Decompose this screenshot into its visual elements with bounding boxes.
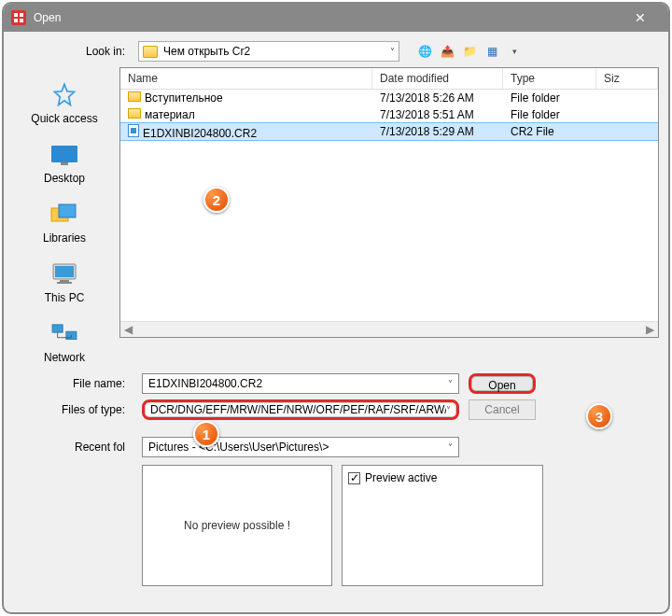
network-icon xyxy=(50,323,78,345)
lookin-label: Look in: xyxy=(13,45,133,58)
table-row[interactable]: E1DXINBI204800.CR27/13/2018 5:29 AMCR2 F… xyxy=(120,123,658,140)
col-date[interactable]: Date modified xyxy=(372,68,503,89)
horizontal-scrollbar[interactable]: ◀ ▶ xyxy=(120,321,658,337)
svg-rect-6 xyxy=(55,266,74,277)
recent-combo[interactable]: Pictures - <C:\Users\User\Pictures\> ˅ xyxy=(142,437,459,457)
preview-options: ✓ Preview active xyxy=(342,465,543,586)
scroll-right-icon[interactable]: ▶ xyxy=(642,323,658,336)
folder-icon xyxy=(128,91,141,102)
svg-rect-4 xyxy=(59,204,76,217)
place-desktop[interactable]: Desktop xyxy=(44,142,85,185)
window-title: Open xyxy=(34,11,620,24)
view-icon[interactable]: ▦ xyxy=(483,43,500,60)
file-list-header: Name Date modified Type Siz xyxy=(120,68,658,90)
callout-badge-2: 2 xyxy=(203,187,230,213)
star-icon xyxy=(51,82,77,108)
place-this-pc[interactable]: This PC xyxy=(45,261,85,304)
back-icon[interactable]: 🌐 xyxy=(416,43,433,60)
table-row[interactable]: Вступительное7/13/2018 5:26 AMFile folde… xyxy=(120,90,658,106)
filetype-label: Files of type: xyxy=(13,403,133,416)
svg-rect-7 xyxy=(60,280,69,282)
filename-input[interactable]: E1DXINBI204800.CR2 ˅ xyxy=(142,373,459,394)
col-type[interactable]: Type xyxy=(503,68,596,89)
close-button[interactable]: ✕ xyxy=(620,10,661,25)
toolbar-icons: 🌐 📤 📁 ▦ ▾ xyxy=(416,43,523,60)
place-quick-access[interactable]: Quick access xyxy=(31,82,97,125)
file-icon xyxy=(128,124,139,137)
lookin-value: Чем открыть Cr2 xyxy=(163,45,250,58)
folder-icon xyxy=(128,108,141,119)
chevron-down-icon: ˅ xyxy=(448,442,453,453)
checkbox-icon: ✓ xyxy=(348,472,360,484)
lookin-row: Look in: Чем открыть Cr2 ˅ 🌐 📤 📁 ▦ ▾ xyxy=(4,32,668,67)
callout-badge-1: 1 xyxy=(193,421,219,447)
open-button[interactable]: Open xyxy=(469,373,536,394)
filetype-combo[interactable]: DCR/DNG/EFF/MRW/NEF/NRW/ORF/PEF/RAF/SRF/… xyxy=(142,399,459,420)
preview-active-checkbox[interactable]: ✓ Preview active xyxy=(348,471,537,484)
svg-rect-9 xyxy=(52,325,63,332)
table-row[interactable]: материал7/13/2018 5:51 AMFile folder xyxy=(120,106,658,123)
col-size[interactable]: Siz xyxy=(596,68,658,89)
chevron-down-icon: ˅ xyxy=(448,379,453,389)
scroll-left-icon[interactable]: ◀ xyxy=(120,323,136,336)
places-bar: Quick access Desktop Libraries This PC N… xyxy=(13,67,116,364)
newfolder-icon[interactable]: 📁 xyxy=(461,43,478,60)
chevron-down-icon: ˅ xyxy=(390,47,395,57)
svg-rect-8 xyxy=(57,282,72,284)
svg-rect-0 xyxy=(11,10,26,25)
filename-label: File name: xyxy=(13,377,133,390)
cancel-button[interactable]: Cancel xyxy=(469,399,536,420)
pc-icon xyxy=(50,263,78,286)
desktop-icon xyxy=(50,144,78,166)
place-libraries[interactable]: Libraries xyxy=(43,202,86,245)
chevron-down-icon: ˅ xyxy=(446,405,451,415)
callout-badge-3: 3 xyxy=(586,403,612,429)
libraries-icon xyxy=(49,203,79,227)
folder-icon xyxy=(143,46,158,58)
app-icon xyxy=(11,10,26,25)
col-name[interactable]: Name xyxy=(120,68,372,89)
up-icon[interactable]: 📤 xyxy=(439,43,455,60)
place-network[interactable]: Network xyxy=(44,321,85,364)
svg-rect-2 xyxy=(61,162,68,165)
titlebar: Open ✕ xyxy=(4,4,668,32)
preview-panel: No preview possible ! xyxy=(142,465,332,586)
view-dropdown-icon[interactable]: ▾ xyxy=(506,43,523,60)
svg-rect-1 xyxy=(51,146,77,162)
lookin-combo[interactable]: Чем открыть Cr2 ˅ xyxy=(138,41,399,62)
file-list[interactable]: Name Date modified Type Siz Вступительно… xyxy=(119,67,659,338)
recent-label: Recent fol xyxy=(13,441,133,454)
